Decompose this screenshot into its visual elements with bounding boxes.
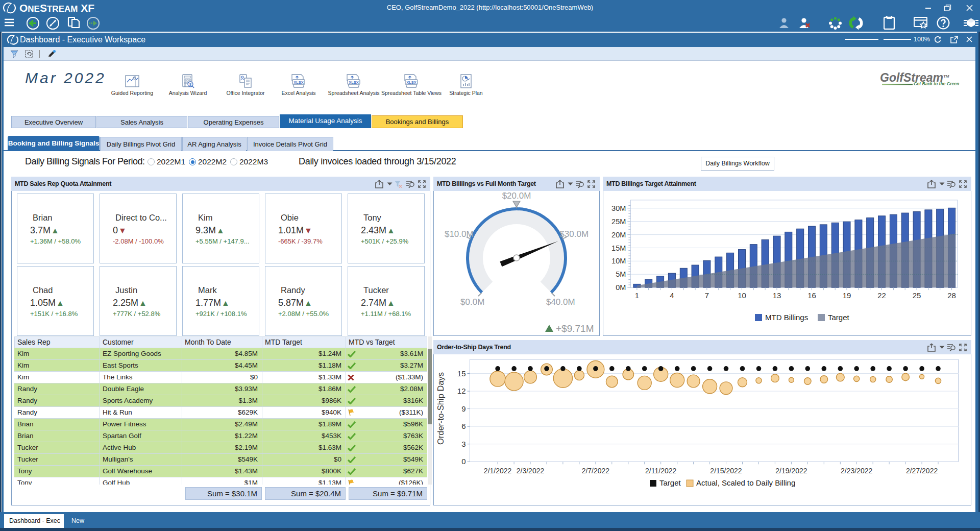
- svg-text:XLSX: XLSX: [349, 80, 359, 85]
- svg-text:20M: 20M: [611, 231, 626, 239]
- svg-text:2/3/2022: 2/3/2022: [517, 467, 545, 475]
- svg-text:2/15/2022: 2/15/2022: [710, 467, 742, 475]
- svg-text:25: 25: [913, 291, 921, 300]
- svg-text:13: 13: [773, 291, 781, 300]
- svg-text:5M: 5M: [616, 270, 626, 278]
- svg-text:+$9.71M: +$9.71M: [556, 323, 594, 334]
- svg-text:$20.0M: $20.0M: [502, 191, 531, 201]
- svg-text:6: 6: [461, 422, 465, 430]
- svg-text:Target: Target: [659, 478, 681, 487]
- svg-text:0: 0: [461, 457, 465, 466]
- svg-text:0M: 0M: [616, 283, 626, 292]
- svg-text:2/19/2022: 2/19/2022: [775, 467, 807, 475]
- svg-text:4: 4: [670, 291, 674, 300]
- svg-text:1: 1: [635, 291, 639, 300]
- svg-text:$: $: [189, 82, 192, 87]
- svg-text:15: 15: [457, 369, 466, 378]
- svg-text:Target: Target: [828, 313, 850, 322]
- svg-text:25M: 25M: [611, 218, 626, 226]
- svg-text:$0.0M: $0.0M: [460, 297, 484, 307]
- svg-text:9: 9: [461, 404, 465, 413]
- svg-text:$10.0M: $10.0M: [445, 229, 474, 239]
- svg-text:Actual, Scaled to Daily Billin: Actual, Scaled to Daily Billing: [696, 478, 795, 487]
- svg-text:MTD Billings: MTD Billings: [765, 313, 808, 322]
- svg-text:15M: 15M: [611, 244, 626, 252]
- svg-text:Order-to-Ship Days: Order-to-Ship Days: [436, 372, 445, 445]
- svg-text:28: 28: [947, 291, 956, 300]
- svg-text:22: 22: [877, 291, 886, 300]
- svg-text:16: 16: [807, 291, 816, 300]
- svg-text:$30.0M: $30.0M: [559, 229, 589, 239]
- svg-text:12: 12: [457, 387, 466, 395]
- svg-text:2/23/2022: 2/23/2022: [841, 467, 872, 475]
- svg-text:10: 10: [738, 291, 746, 300]
- svg-text:30M: 30M: [611, 204, 626, 212]
- svg-text:XLSX: XLSX: [293, 80, 304, 85]
- svg-text:3: 3: [461, 440, 465, 448]
- svg-text:19: 19: [843, 291, 851, 300]
- svg-text:2/11/2022: 2/11/2022: [645, 467, 676, 475]
- svg-text:2/27/2022: 2/27/2022: [906, 467, 938, 475]
- svg-text:7: 7: [705, 291, 709, 300]
- svg-text:2/7/2022: 2/7/2022: [582, 467, 610, 475]
- svg-text:2/1/2022: 2/1/2022: [484, 467, 512, 475]
- svg-text:10M: 10M: [611, 257, 626, 265]
- svg-text:XLSX: XLSX: [406, 80, 416, 85]
- svg-text:$40.0M: $40.0M: [546, 297, 575, 307]
